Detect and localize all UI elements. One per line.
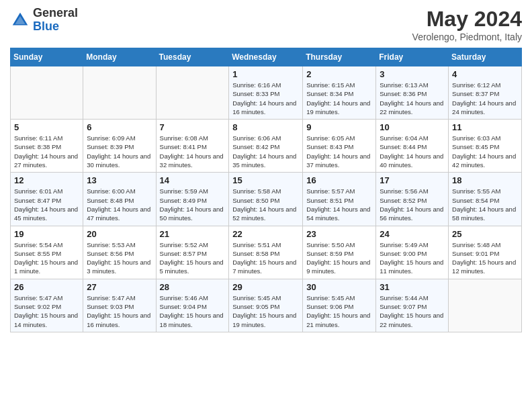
day-info: Sunrise: 6:16 AM Sunset: 8:33 PM Dayligh… — [232, 81, 299, 116]
col-saturday: Saturday — [449, 48, 522, 66]
day-number: 4 — [452, 69, 518, 79]
day-info: Sunrise: 5:49 AM Sunset: 9:00 PM Dayligh… — [380, 240, 445, 276]
day-info: Sunrise: 5:46 AM Sunset: 9:04 PM Dayligh… — [160, 293, 226, 329]
table-row: 20Sunrise: 5:53 AM Sunset: 8:56 PM Dayli… — [83, 226, 156, 279]
table-row: 30Sunrise: 5:45 AM Sunset: 9:06 PM Dayli… — [303, 279, 376, 332]
day-number: 21 — [160, 229, 226, 239]
day-info: Sunrise: 5:48 AM Sunset: 9:01 PM Dayligh… — [452, 240, 518, 276]
table-row: 16Sunrise: 5:57 AM Sunset: 8:51 PM Dayli… — [303, 173, 376, 226]
day-info: Sunrise: 5:50 AM Sunset: 8:59 PM Dayligh… — [306, 240, 372, 276]
day-info: Sunrise: 6:01 AM Sunset: 8:47 PM Dayligh… — [14, 187, 79, 222]
table-row: 18Sunrise: 5:55 AM Sunset: 8:54 PM Dayli… — [449, 173, 522, 226]
day-info: Sunrise: 5:53 AM Sunset: 8:56 PM Dayligh… — [87, 240, 152, 276]
day-number: 10 — [380, 122, 445, 132]
day-number: 27 — [87, 282, 152, 292]
calendar-week-1: 1Sunrise: 6:16 AM Sunset: 8:33 PM Daylig… — [11, 66, 522, 120]
title-block: May 2024 Verolengo, Piedmont, Italy — [412, 7, 522, 42]
page: General Blue May 2024 Verolengo, Piedmon… — [0, 0, 532, 411]
col-tuesday: Tuesday — [156, 48, 229, 66]
table-row: 25Sunrise: 5:48 AM Sunset: 9:01 PM Dayli… — [449, 226, 522, 279]
table-row — [83, 66, 156, 120]
calendar: Sunday Monday Tuesday Wednesday Thursday… — [10, 48, 522, 332]
day-number: 19 — [14, 229, 79, 239]
col-sunday: Sunday — [11, 48, 83, 66]
table-row: 15Sunrise: 5:58 AM Sunset: 8:50 PM Dayli… — [229, 173, 303, 226]
col-monday: Monday — [83, 48, 156, 66]
day-number: 3 — [380, 69, 445, 79]
day-number: 18 — [452, 175, 518, 185]
day-info: Sunrise: 5:57 AM Sunset: 8:51 PM Dayligh… — [306, 187, 372, 222]
table-row: 26Sunrise: 5:47 AM Sunset: 9:02 PM Dayli… — [11, 279, 83, 332]
day-info: Sunrise: 5:56 AM Sunset: 8:52 PM Dayligh… — [380, 187, 445, 222]
day-info: Sunrise: 6:15 AM Sunset: 8:34 PM Dayligh… — [306, 81, 372, 116]
calendar-header-row: Sunday Monday Tuesday Wednesday Thursday… — [11, 48, 522, 66]
day-info: Sunrise: 6:06 AM Sunset: 8:42 PM Dayligh… — [232, 134, 299, 169]
day-number: 22 — [232, 229, 299, 239]
table-row: 6Sunrise: 6:09 AM Sunset: 8:39 PM Daylig… — [83, 120, 156, 173]
day-info: Sunrise: 6:09 AM Sunset: 8:39 PM Dayligh… — [87, 134, 152, 169]
table-row — [449, 279, 522, 332]
table-row: 22Sunrise: 5:51 AM Sunset: 8:58 PM Dayli… — [229, 226, 303, 279]
table-row — [156, 66, 229, 120]
day-info: Sunrise: 6:00 AM Sunset: 8:48 PM Dayligh… — [87, 187, 152, 222]
col-friday: Friday — [376, 48, 449, 66]
day-info: Sunrise: 5:47 AM Sunset: 9:03 PM Dayligh… — [87, 293, 152, 329]
day-info: Sunrise: 5:58 AM Sunset: 8:50 PM Dayligh… — [232, 187, 299, 222]
table-row: 1Sunrise: 6:16 AM Sunset: 8:33 PM Daylig… — [229, 66, 303, 120]
logo: General Blue — [10, 7, 78, 34]
day-number: 31 — [380, 282, 445, 292]
table-row: 28Sunrise: 5:46 AM Sunset: 9:04 PM Dayli… — [156, 279, 229, 332]
day-number: 11 — [452, 122, 518, 132]
day-info: Sunrise: 5:51 AM Sunset: 8:58 PM Dayligh… — [232, 240, 299, 276]
calendar-week-2: 5Sunrise: 6:11 AM Sunset: 8:38 PM Daylig… — [11, 120, 522, 173]
day-info: Sunrise: 6:05 AM Sunset: 8:43 PM Dayligh… — [306, 134, 372, 169]
table-row: 21Sunrise: 5:52 AM Sunset: 8:57 PM Dayli… — [156, 226, 229, 279]
col-wednesday: Wednesday — [229, 48, 303, 66]
day-number: 20 — [87, 229, 152, 239]
day-info: Sunrise: 6:11 AM Sunset: 8:38 PM Dayligh… — [14, 134, 79, 169]
table-row: 17Sunrise: 5:56 AM Sunset: 8:52 PM Dayli… — [376, 173, 449, 226]
calendar-week-4: 19Sunrise: 5:54 AM Sunset: 8:55 PM Dayli… — [11, 226, 522, 279]
logo-blue: Blue — [33, 19, 59, 33]
day-info: Sunrise: 5:45 AM Sunset: 9:06 PM Dayligh… — [306, 293, 372, 329]
table-row — [11, 66, 83, 120]
table-row: 27Sunrise: 5:47 AM Sunset: 9:03 PM Dayli… — [83, 279, 156, 332]
table-row: 23Sunrise: 5:50 AM Sunset: 8:59 PM Dayli… — [303, 226, 376, 279]
table-row: 4Sunrise: 6:12 AM Sunset: 8:37 PM Daylig… — [449, 66, 522, 120]
day-number: 16 — [306, 175, 372, 185]
table-row: 2Sunrise: 6:15 AM Sunset: 8:34 PM Daylig… — [303, 66, 376, 120]
day-number: 6 — [87, 122, 152, 132]
day-number: 28 — [160, 282, 226, 292]
day-number: 23 — [306, 229, 372, 239]
table-row: 8Sunrise: 6:06 AM Sunset: 8:42 PM Daylig… — [229, 120, 303, 173]
table-row: 31Sunrise: 5:44 AM Sunset: 9:07 PM Dayli… — [376, 279, 449, 332]
title-month: May 2024 — [412, 7, 522, 32]
table-row: 7Sunrise: 6:08 AM Sunset: 8:41 PM Daylig… — [156, 120, 229, 173]
header: General Blue May 2024 Verolengo, Piedmon… — [10, 7, 522, 42]
day-number: 12 — [14, 175, 79, 185]
day-number: 29 — [232, 282, 299, 292]
table-row: 19Sunrise: 5:54 AM Sunset: 8:55 PM Dayli… — [11, 226, 83, 279]
day-info: Sunrise: 6:08 AM Sunset: 8:41 PM Dayligh… — [160, 134, 226, 169]
table-row: 13Sunrise: 6:00 AM Sunset: 8:48 PM Dayli… — [83, 173, 156, 226]
day-info: Sunrise: 5:55 AM Sunset: 8:54 PM Dayligh… — [452, 187, 518, 222]
day-info: Sunrise: 5:44 AM Sunset: 9:07 PM Dayligh… — [380, 293, 445, 329]
day-info: Sunrise: 5:45 AM Sunset: 9:05 PM Dayligh… — [232, 293, 299, 329]
day-number: 15 — [232, 175, 299, 185]
logo-icon — [10, 10, 30, 30]
day-number: 7 — [160, 122, 226, 132]
table-row: 12Sunrise: 6:01 AM Sunset: 8:47 PM Dayli… — [11, 173, 83, 226]
table-row: 24Sunrise: 5:49 AM Sunset: 9:00 PM Dayli… — [376, 226, 449, 279]
table-row: 3Sunrise: 6:13 AM Sunset: 8:36 PM Daylig… — [376, 66, 449, 120]
day-info: Sunrise: 6:13 AM Sunset: 8:36 PM Dayligh… — [380, 81, 445, 116]
table-row: 10Sunrise: 6:04 AM Sunset: 8:44 PM Dayli… — [376, 120, 449, 173]
day-number: 17 — [380, 175, 445, 185]
day-info: Sunrise: 6:04 AM Sunset: 8:44 PM Dayligh… — [380, 134, 445, 169]
day-number: 2 — [306, 69, 372, 79]
col-thursday: Thursday — [303, 48, 376, 66]
table-row: 29Sunrise: 5:45 AM Sunset: 9:05 PM Dayli… — [229, 279, 303, 332]
calendar-week-3: 12Sunrise: 6:01 AM Sunset: 8:47 PM Dayli… — [11, 173, 522, 226]
logo-text: General Blue — [33, 7, 78, 34]
calendar-week-5: 26Sunrise: 5:47 AM Sunset: 9:02 PM Dayli… — [11, 279, 522, 332]
day-info: Sunrise: 5:47 AM Sunset: 9:02 PM Dayligh… — [14, 293, 79, 329]
